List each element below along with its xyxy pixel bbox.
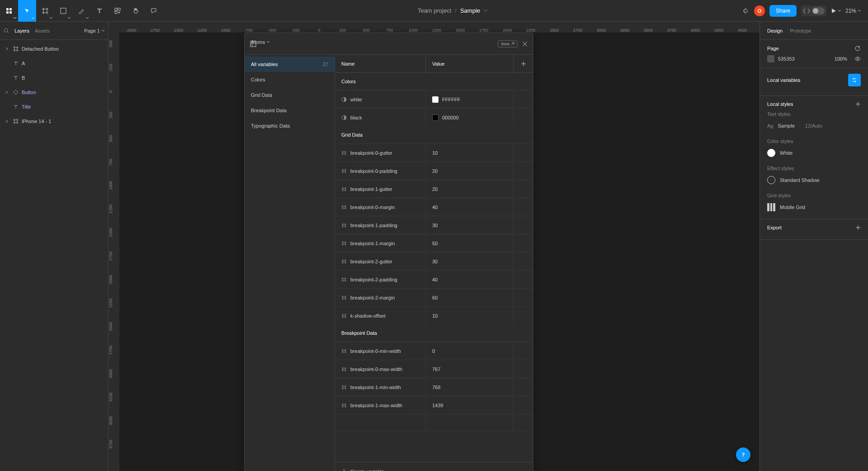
page-bg-swatch[interactable] bbox=[767, 55, 774, 62]
svg-point-8 bbox=[4, 29, 8, 32]
variable-row[interactable]: black000000 bbox=[335, 108, 533, 126]
audio-icon[interactable] bbox=[742, 7, 750, 14]
grid-style-item[interactable]: Mobile Grid bbox=[767, 201, 861, 214]
page-selector[interactable]: Page 1 bbox=[84, 28, 104, 33]
chevron-down-icon bbox=[32, 17, 34, 19]
column-header-name: Name bbox=[335, 55, 425, 72]
variable-group-header: Breakpoint Data bbox=[335, 324, 533, 342]
variable-name: breakpoint-1-margin bbox=[350, 241, 395, 246]
variable-name: white bbox=[350, 97, 362, 102]
effect-icon bbox=[767, 176, 775, 184]
number-type-icon bbox=[341, 348, 347, 354]
variable-row-empty bbox=[335, 414, 533, 432]
layer-row[interactable]: Button bbox=[0, 85, 108, 100]
text-style-icon: Ag bbox=[767, 123, 773, 128]
variable-row[interactable]: breakpoint-1-gutter20 bbox=[335, 180, 533, 198]
add-export-button[interactable] bbox=[855, 225, 861, 230]
variable-row[interactable]: breakpoint-0-min-width0 bbox=[335, 342, 533, 360]
variable-name: breakpoint-2-margin bbox=[350, 295, 395, 300]
text-tool[interactable] bbox=[90, 0, 108, 22]
present-button[interactable] bbox=[831, 8, 841, 14]
variable-group-item[interactable]: Colors bbox=[245, 72, 335, 87]
variables-settings-button[interactable] bbox=[848, 74, 861, 86]
variable-group-item[interactable]: Typographic Data bbox=[245, 118, 335, 133]
layer-label: Title bbox=[22, 104, 31, 109]
file-name[interactable]: Sample bbox=[460, 7, 480, 14]
variable-name: breakpoint-1-padding bbox=[350, 223, 397, 228]
layer-type-icon bbox=[13, 118, 19, 124]
move-tool[interactable] bbox=[18, 0, 36, 22]
collection-selector[interactable]: Atoms bbox=[251, 39, 269, 45]
tab-layers[interactable]: Layers bbox=[14, 28, 29, 33]
toggle-switch[interactable] bbox=[812, 7, 825, 14]
layer-type-icon bbox=[13, 104, 19, 110]
grid-styles-header: Grid styles bbox=[767, 193, 861, 198]
page-bg-hex[interactable]: 535353 bbox=[778, 56, 795, 62]
variable-row[interactable]: breakpoint-1-min-width768 bbox=[335, 378, 533, 396]
variable-row[interactable]: whiteFFFFFF bbox=[335, 90, 533, 108]
variable-row[interactable]: breakpoint-0-gutter10 bbox=[335, 143, 533, 162]
variable-row[interactable]: breakpoint-1-padding30 bbox=[335, 216, 533, 234]
variable-value: 768 bbox=[432, 385, 440, 390]
variable-row[interactable]: k-shadow-offset10 bbox=[335, 306, 533, 324]
variable-group-item[interactable]: Grid Data bbox=[245, 87, 335, 103]
resources-tool[interactable] bbox=[108, 0, 127, 22]
variable-value: 30 bbox=[432, 223, 438, 228]
frame-tool[interactable] bbox=[36, 0, 54, 22]
search-icon[interactable] bbox=[4, 28, 9, 33]
add-column-button[interactable] bbox=[513, 55, 533, 72]
svg-rect-7 bbox=[115, 11, 117, 14]
main-menu-button[interactable] bbox=[0, 0, 18, 22]
help-button[interactable]: ? bbox=[736, 447, 750, 462]
variable-row[interactable]: breakpoint-1-max-width1439 bbox=[335, 396, 533, 414]
avatar[interactable]: O bbox=[754, 5, 765, 16]
effect-style-item[interactable]: Standard Shadow bbox=[767, 174, 861, 186]
page-bg-opacity[interactable]: 100% bbox=[835, 56, 847, 62]
tab-prototype[interactable]: Prototype bbox=[790, 28, 811, 33]
variable-row[interactable]: breakpoint-0-max-width767 bbox=[335, 360, 533, 378]
hand-tool[interactable] bbox=[127, 0, 145, 22]
color-style-item[interactable]: White bbox=[767, 147, 861, 159]
close-button[interactable] bbox=[522, 41, 528, 47]
variable-name: breakpoint-0-min-width bbox=[350, 348, 401, 354]
project-name[interactable]: Team project bbox=[418, 7, 451, 14]
variable-row[interactable]: breakpoint-0-margin40 bbox=[335, 198, 533, 216]
visibility-icon[interactable] bbox=[854, 57, 861, 61]
text-style-item[interactable]: Ag Sample · 12/Auto bbox=[767, 119, 861, 132]
beta-badge[interactable]: Beta bbox=[498, 40, 518, 48]
number-type-icon bbox=[341, 277, 347, 282]
layer-row[interactable]: Detached Button bbox=[0, 42, 108, 56]
number-type-icon bbox=[341, 186, 347, 192]
variable-group-item[interactable]: All variables27 bbox=[245, 57, 335, 72]
chevron-down-icon[interactable] bbox=[484, 10, 487, 12]
layer-row[interactable]: B bbox=[0, 71, 108, 85]
page-section-label: Page bbox=[767, 46, 779, 51]
variable-row[interactable]: breakpoint-2-gutter30 bbox=[335, 252, 533, 270]
local-variables-label: Local variables bbox=[767, 77, 800, 83]
number-type-icon bbox=[341, 150, 347, 156]
variable-row[interactable]: breakpoint-2-margin60 bbox=[335, 288, 533, 306]
zoom-level[interactable]: 21% bbox=[845, 8, 861, 14]
layer-row[interactable]: A bbox=[0, 56, 108, 71]
share-button[interactable]: Share bbox=[769, 5, 797, 17]
dev-mode-toggle[interactable] bbox=[801, 5, 826, 16]
variable-group-header: Grid Data bbox=[335, 126, 533, 143]
variable-group-item[interactable]: Breakpoint Data bbox=[245, 103, 335, 118]
variable-row[interactable]: breakpoint-2-padding40 bbox=[335, 270, 533, 288]
pen-tool[interactable] bbox=[72, 0, 90, 22]
variable-row[interactable]: breakpoint-0-padding20 bbox=[335, 162, 533, 180]
svg-rect-3 bbox=[9, 11, 12, 14]
layer-row[interactable]: iPhone 14 - 1 bbox=[0, 114, 108, 128]
comment-tool[interactable] bbox=[145, 0, 163, 22]
add-style-button[interactable] bbox=[855, 101, 861, 107]
tab-assets[interactable]: Assets bbox=[35, 28, 50, 33]
layer-row[interactable]: Title bbox=[0, 100, 108, 114]
variable-row[interactable]: breakpoint-1-margin50 bbox=[335, 234, 533, 252]
rotate-icon[interactable] bbox=[854, 45, 861, 52]
tab-design[interactable]: Design bbox=[767, 28, 783, 33]
create-variable-button[interactable]: Create variable bbox=[335, 462, 533, 471]
chevron-down-icon bbox=[86, 17, 89, 19]
shape-tool[interactable] bbox=[54, 0, 72, 22]
svg-rect-5 bbox=[115, 8, 117, 10]
code-icon bbox=[803, 8, 810, 14]
